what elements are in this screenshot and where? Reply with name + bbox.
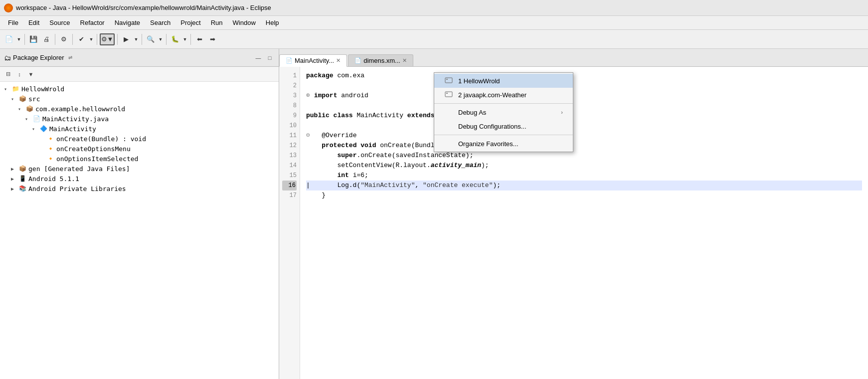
- dm-javaapk-icon: [444, 91, 453, 99]
- android511-icon: 📱: [18, 175, 27, 183]
- dm-javaapk-label: 2 javaapk.com-Weather: [458, 91, 526, 99]
- ln-8: 8: [282, 101, 297, 111]
- ln-13: 13: [282, 151, 297, 161]
- package-explorer-icon: 🗂: [4, 54, 11, 62]
- toolbar-run-btn[interactable]: ⚙▼: [100, 33, 115, 45]
- toolbar-debug-btn[interactable]: 🐛: [169, 33, 181, 45]
- toolbar-check-dropdown[interactable]: ▼: [88, 33, 94, 45]
- ln-14: 14: [282, 161, 297, 171]
- tab-dimens-close[interactable]: ✕: [402, 57, 407, 64]
- oncreateoptionsmenu-label: onCreateOptionsMenu: [56, 145, 131, 153]
- tree-item-androidprivate[interactable]: ▶ 📚 Android Private Libraries: [0, 184, 279, 193]
- menu-source[interactable]: Source: [45, 18, 74, 27]
- dm-item-organize-favs[interactable]: Organize Favorites...: [434, 137, 573, 151]
- tree-item-com-example[interactable]: ▾ 📦 com.example.hellowwrold: [0, 104, 279, 114]
- toolbar-play-btn[interactable]: ▶: [120, 33, 132, 45]
- mainactivity-class-icon: 🔷: [39, 125, 48, 133]
- ln-15: 15: [282, 171, 297, 181]
- toolbar-back-btn[interactable]: ⬅: [193, 33, 205, 45]
- toolbar-new-btn[interactable]: 📄: [3, 33, 15, 45]
- tree-arrow-gen: ▶: [11, 166, 18, 172]
- tree-item-mainactivity-java[interactable]: ▾ 📄 MainActivity.java: [0, 114, 279, 124]
- toolbar-debug-dropdown[interactable]: ▼: [182, 33, 188, 45]
- editor-tabs: 📄 MainActivity... ✕ 📄 dimens.xm... ✕: [279, 49, 868, 67]
- pe-collapse-btn[interactable]: ⊟: [3, 69, 13, 79]
- hellowwrold-icon: 📁: [11, 85, 20, 93]
- toolbar-properties-btn[interactable]: ⚙: [58, 33, 70, 45]
- code-line-11: ⊖ @Override: [306, 131, 862, 141]
- oncreateoptionsmenu-icon: 🔸: [46, 145, 55, 153]
- tab-dimens-label: dimens.xm...: [363, 57, 400, 64]
- tree-arrow-androidprivate: ▶: [11, 186, 18, 191]
- pe-maximize-btn[interactable]: □: [265, 53, 275, 63]
- toolbar-search-dropdown[interactable]: ▼: [158, 33, 164, 45]
- gen-icon: 📦: [18, 165, 27, 173]
- tree-item-src[interactable]: ▾ 📦 src: [0, 94, 279, 104]
- code-line-1: package com.exa: [306, 71, 862, 81]
- dm-sep-2: [434, 135, 573, 135]
- dm-hellowwrold-label: 1 HellowWrold: [458, 77, 500, 85]
- code-line-10: [306, 121, 862, 131]
- androidprivate-icon: 📚: [18, 185, 27, 192]
- toolbar-print-btn[interactable]: 🖨: [40, 33, 52, 45]
- toolbar-fwd-btn[interactable]: ➡: [206, 33, 218, 45]
- tree-item-android511[interactable]: ▶ 📱 Android 5.1.1: [0, 174, 279, 184]
- pe-header-right: — □: [253, 53, 275, 63]
- pe-minimize-btn[interactable]: —: [253, 53, 263, 63]
- dropdown-menu: 1 HellowWrold 2 javaapk.com-Weather Debu…: [434, 72, 573, 152]
- pe-link-btn[interactable]: ↕: [14, 69, 24, 79]
- androidprivate-label: Android Private Libraries: [28, 185, 126, 192]
- tree-item-oncreateoptionsmenu[interactable]: 🔸 onCreateOptionsMenu: [0, 144, 279, 154]
- menu-refactor[interactable]: Refactor: [76, 18, 109, 27]
- menu-file[interactable]: File: [4, 18, 22, 27]
- tab-mainactivity-close[interactable]: ✕: [336, 57, 341, 64]
- tree-arrow-hellowwrold: ▾: [4, 86, 11, 92]
- eclipse-icon: [4, 3, 13, 12]
- svg-rect-2: [445, 92, 452, 97]
- pe-menu-btn[interactable]: ▼: [26, 69, 36, 79]
- tree-item-oncreate[interactable]: 🔸 onCreate(Bundle) : void: [0, 134, 279, 144]
- tab-mainactivity-label: MainActivity...: [295, 57, 334, 64]
- toolbar-sep-3: [72, 34, 73, 45]
- tab-dimens-icon: 📄: [354, 57, 361, 64]
- oncreate-label: onCreate(Bundle) : void: [56, 135, 146, 143]
- toolbar-check-btn[interactable]: ✔: [75, 33, 87, 45]
- editor-content: 1 2 3 8 9 10 11 12 13 14 15 16 17 packag…: [279, 67, 868, 379]
- com-example-label: com.example.hellowwrold: [35, 105, 125, 113]
- dm-item-debug-configs[interactable]: Debug Configurations...: [434, 119, 573, 133]
- tree-item-mainactivity-class[interactable]: ▾ 🔷 MainActivity: [0, 124, 279, 134]
- toolbar-sep-6: [142, 34, 142, 45]
- tab-dimens[interactable]: 📄 dimens.xm... ✕: [348, 54, 413, 66]
- toolbar-play-dropdown[interactable]: ▼: [133, 33, 139, 45]
- menu-run[interactable]: Run: [207, 18, 227, 27]
- editor-area: 📄 MainActivity... ✕ 📄 dimens.xm... ✕ 1 2…: [279, 49, 868, 379]
- menu-navigate[interactable]: Navigate: [111, 18, 144, 27]
- tree-item-hellowwrold[interactable]: ▾ 📁 HellowWrold: [0, 84, 279, 94]
- code-line-3: ⊕ import android: [306, 91, 862, 101]
- toolbar-search-btn[interactable]: 🔍: [145, 33, 157, 45]
- ln-3: 3: [282, 91, 297, 101]
- menu-bar: File Edit Source Refactor Navigate Searc…: [0, 16, 868, 30]
- toolbar-sep-8: [190, 34, 191, 45]
- tab-mainactivity[interactable]: 📄 MainActivity... ✕: [279, 54, 347, 67]
- ln-17: 17: [282, 190, 297, 200]
- code-editor[interactable]: package com.exa ⊕ import android public …: [300, 67, 868, 379]
- dm-item-hellowwrold[interactable]: 1 HellowWrold: [434, 74, 573, 88]
- dm-item-debug-as[interactable]: Debug As ›: [434, 105, 573, 119]
- menu-window[interactable]: Window: [229, 18, 260, 27]
- toolbar-new-dropdown[interactable]: ▼: [16, 33, 22, 45]
- menu-edit[interactable]: Edit: [24, 18, 43, 27]
- tree-item-onoptionsitemselected[interactable]: 🔸 onOptionsItemSelected: [0, 154, 279, 164]
- menu-help[interactable]: Help: [262, 18, 283, 27]
- oncreate-icon: 🔸: [46, 135, 55, 143]
- hellowwrold-label: HellowWrold: [21, 85, 64, 93]
- code-line-9: public class MainActivity extends Activi…: [306, 111, 862, 121]
- menu-project[interactable]: Project: [176, 18, 204, 27]
- tree-item-gen[interactable]: ▶ 📦 gen [Generated Java Files]: [0, 164, 279, 174]
- toolbar-save-btn[interactable]: 💾: [27, 33, 39, 45]
- dm-item-javaapk[interactable]: 2 javaapk.com-Weather: [434, 88, 573, 102]
- code-line-14: setContentView(R.layout.activity_main);: [306, 161, 862, 171]
- menu-search[interactable]: Search: [146, 18, 174, 27]
- dm-debug-as-label: Debug As: [458, 109, 486, 116]
- dm-organize-favs-icon: [444, 140, 453, 148]
